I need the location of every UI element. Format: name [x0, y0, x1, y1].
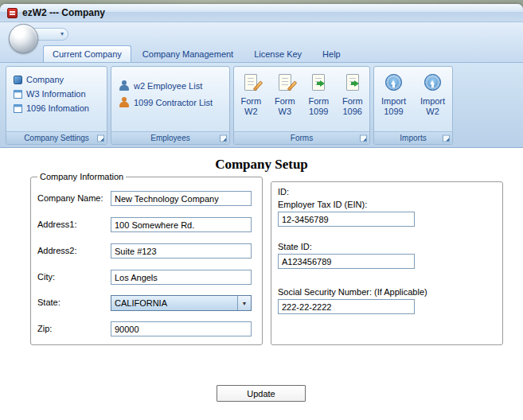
import-w2-label-line2: W2 — [426, 107, 439, 117]
ribbon-group-employees: w2 Employee List 1099 Contractor List Em… — [111, 66, 230, 145]
ribbon-group-company-settings: Company W3 Information 1096 Infomation C… — [6, 66, 107, 145]
city-label: City: — [37, 272, 55, 282]
group-caption-company-settings: Company Settings — [6, 131, 107, 144]
form-1099-label-line2: 1099 — [309, 107, 328, 117]
address1-label: Address1: — [37, 220, 77, 229]
zip-label: Zip: — [37, 324, 52, 333]
tab-help[interactable]: Help — [313, 45, 350, 62]
company-button[interactable]: Company — [6, 72, 107, 87]
contractor-person-icon — [119, 97, 130, 107]
form-1096-button[interactable]: Form 1096 — [336, 67, 370, 131]
form-w2-label-line1: Form — [240, 96, 261, 107]
w3-information-icon — [14, 90, 22, 99]
ein-label: Employer Tax ID (EIN): — [278, 200, 367, 209]
state-id-input[interactable] — [278, 254, 415, 269]
screen: ezW2 --- Company ▾ Current Company Compa… — [0, 0, 523, 420]
ribbon-group-forms: Form W2 Form W3 Form 1099 — [233, 66, 370, 145]
ribbon-tabs: Current Company Company Management Licen… — [43, 44, 350, 62]
form-1099-label-line1: Form — [308, 96, 329, 107]
import-w2-button[interactable]: Import W2 — [413, 67, 452, 131]
company-settings-dialog-launcher-icon[interactable] — [97, 134, 104, 142]
address2-input[interactable] — [111, 243, 252, 259]
app-window: ezW2 --- Company ▾ Current Company Compa… — [0, 4, 523, 420]
address2-label: Address2: — [37, 246, 77, 255]
quick-access-toolbar: ▾ — [33, 28, 68, 41]
import-1099-label-line2: 1099 — [384, 107, 403, 117]
form-1096-label-line2: 1096 — [343, 107, 362, 117]
content-area: Company Setup Company Information Compan… — [0, 148, 523, 420]
group-caption-employees: Employees — [111, 131, 229, 144]
page-title: Company Setup — [0, 157, 523, 173]
form-w3-label-line1: Form — [275, 96, 295, 107]
employees-dialog-launcher-icon[interactable] — [220, 134, 227, 142]
ssn-input[interactable] — [278, 299, 415, 314]
id-group: ID: Employer Tax ID (EIN): State ID: Soc… — [271, 181, 503, 345]
1096-information-button[interactable]: 1096 Infomation — [6, 101, 107, 115]
form-w3-button[interactable]: Form W3 — [268, 67, 302, 131]
form-w2-icon — [244, 72, 257, 93]
ribbon: Company W3 Information 1096 Infomation C… — [0, 62, 523, 148]
state-id-label: State ID: — [278, 242, 312, 251]
w3-information-label: W3 Information — [26, 89, 86, 99]
group-label-forms: Forms — [291, 134, 313, 142]
tab-current-company[interactable]: Current Company — [43, 45, 131, 62]
group-caption-imports: Imports — [374, 131, 452, 144]
company-name-input[interactable] — [111, 191, 252, 206]
ein-input[interactable] — [278, 212, 415, 227]
company-name-label: Company Name: — [37, 193, 103, 203]
1099-contractor-list-label: 1099 Contractor List — [134, 98, 213, 107]
w2-employee-list-label: w2 Employee List — [134, 81, 202, 91]
title-bar: ezW2 --- Company — [0, 4, 523, 22]
w2-employee-list-button[interactable]: w2 Employee List — [111, 77, 229, 94]
import-1099-label-line1: Import — [381, 96, 406, 107]
form-1099-button[interactable]: Form 1099 — [302, 67, 336, 131]
import-1099-icon — [385, 72, 402, 93]
city-input[interactable] — [111, 270, 252, 285]
update-button[interactable]: Update — [217, 385, 306, 402]
form-w2-button[interactable]: Form W2 — [234, 67, 268, 131]
ribbon-header: ▾ Current Company Company Management Lic… — [0, 22, 523, 62]
application-menu-button[interactable] — [9, 24, 38, 53]
address1-input[interactable] — [111, 217, 252, 232]
ssn-label: Social Security Number: (If Applicable) — [278, 287, 427, 297]
form-w2-label-line2: W2 — [244, 107, 258, 117]
import-w2-icon — [424, 72, 441, 93]
window-title: ezW2 --- Company — [22, 7, 105, 18]
w3-information-button[interactable]: W3 Information — [6, 87, 107, 101]
import-1099-button[interactable]: Import 1099 — [374, 67, 413, 131]
imports-dialog-launcher-icon[interactable] — [443, 134, 450, 142]
company-information-group: Company Information Company Name: Addres… — [30, 177, 263, 345]
qat-dropdown-icon[interactable]: ▾ — [60, 31, 64, 37]
group-label-imports: Imports — [400, 134, 426, 142]
ribbon-group-imports: Import 1099 Import W2 Imports — [373, 66, 453, 145]
state-select-dropdown-icon[interactable]: ▼ — [237, 296, 251, 310]
form-1096-icon — [346, 72, 359, 93]
app-icon — [7, 8, 18, 18]
group-label-employees: Employees — [150, 134, 189, 142]
1096-information-icon — [14, 104, 22, 113]
employee-person-icon — [119, 80, 130, 91]
state-label: State: — [37, 298, 60, 307]
tab-company-management[interactable]: Company Management — [133, 45, 243, 62]
company-button-label: Company — [26, 75, 64, 84]
form-w3-label-line2: W3 — [279, 107, 292, 117]
company-icon — [14, 76, 22, 84]
zip-input[interactable] — [111, 321, 252, 336]
form-1099-icon — [312, 72, 325, 93]
forms-dialog-launcher-icon[interactable] — [360, 134, 367, 142]
form-1096-label-line1: Form — [342, 96, 363, 107]
1099-contractor-list-button[interactable]: 1099 Contractor List — [111, 94, 229, 111]
company-information-legend: Company Information — [37, 172, 126, 181]
form-w3-icon — [279, 72, 291, 93]
state-select[interactable]: CALIFORNIA ▼ — [111, 295, 252, 311]
group-label-company-settings: Company Settings — [24, 134, 89, 142]
1096-information-label: 1096 Infomation — [26, 103, 89, 113]
tab-license-key[interactable]: License Key — [244, 45, 311, 62]
import-w2-label-line1: Import — [420, 96, 445, 107]
state-select-value: CALIFORNIA — [111, 296, 237, 310]
id-section-heading: ID: — [278, 187, 289, 196]
group-caption-forms: Forms — [234, 131, 369, 144]
